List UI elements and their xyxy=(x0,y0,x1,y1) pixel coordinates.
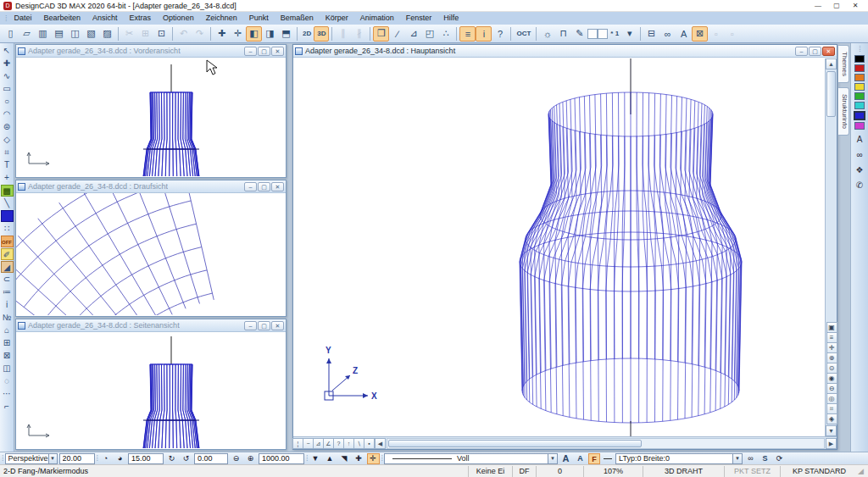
corner-view-icon[interactable]: ◥ xyxy=(338,453,351,464)
print-icon[interactable]: ▤ xyxy=(51,26,67,42)
status-kp-standard[interactable]: KP STANDARD xyxy=(780,466,858,477)
scroll-down-icon[interactable]: ▼ xyxy=(826,425,837,436)
origin-icon[interactable]: ✛ xyxy=(367,453,380,464)
fill-toggle-button[interactable]: F xyxy=(588,453,600,464)
font-smaller-icon[interactable]: A xyxy=(574,453,587,464)
minimize-button[interactable]: — xyxy=(809,0,827,11)
menu-punkt[interactable]: Punkt xyxy=(243,12,275,25)
view-angle-input[interactable] xyxy=(59,453,95,464)
home-tool[interactable]: ⌂ xyxy=(1,324,14,336)
ellipse-tool[interactable]: ⊜ xyxy=(1,121,14,133)
color-swatch-2[interactable] xyxy=(854,64,865,72)
minimize-button[interactable]: ‒ xyxy=(244,47,257,56)
text-color-icon[interactable]: A xyxy=(854,134,865,145)
glasses-icon[interactable]: ∞ xyxy=(744,453,757,464)
vertical-scrollbar-thumb[interactable] xyxy=(826,71,836,117)
new-file-icon[interactable]: ▯ xyxy=(3,26,19,42)
color-swatch-3[interactable] xyxy=(854,74,865,81)
dots-tool[interactable]: ∷ xyxy=(1,223,14,235)
draufsicht-viewport[interactable] xyxy=(16,193,286,315)
plot-icon[interactable]: ▨ xyxy=(99,26,115,42)
horizontal-scrollbar[interactable] xyxy=(387,438,825,449)
move-tool[interactable]: ✚ xyxy=(1,58,14,69)
hauptansicht-viewport[interactable]: YXZ xyxy=(293,58,825,436)
arrow-down-icon[interactable]: ▼ xyxy=(309,453,322,464)
menu-zeichnen[interactable]: Zeichnen xyxy=(200,12,243,25)
hatch-tool[interactable]: ▩ xyxy=(1,185,14,197)
close-button[interactable]: ✕ xyxy=(846,0,865,11)
unlock-icon[interactable]: ⊓ xyxy=(555,26,571,42)
layer-bars-icon[interactable]: ≡ xyxy=(459,26,476,42)
number-tool[interactable]: № xyxy=(1,312,14,324)
chevron-down-icon[interactable]: ▼ xyxy=(48,454,57,463)
material-icon[interactable]: ⊟ xyxy=(643,26,659,42)
line-tool[interactable]: ╲ xyxy=(1,197,14,209)
menu-fenster[interactable]: Fenster xyxy=(400,12,438,25)
close-icon[interactable]: ✕ xyxy=(822,47,835,56)
zoom-minus-icon[interactable]: ⊖ xyxy=(230,453,242,464)
tile-windows-icon[interactable]: ◰ xyxy=(421,26,437,42)
paint-icon[interactable]: ❖ xyxy=(854,164,865,175)
grid-plus-tool[interactable]: ⊞ xyxy=(1,337,14,349)
oct-label[interactable]: OCT xyxy=(514,26,533,42)
color-swatch-7[interactable] xyxy=(854,111,865,120)
view-mode-select[interactable]: Perspektive ▼ xyxy=(5,453,58,464)
more-dots-icon[interactable]: ∴ xyxy=(437,26,453,42)
menu-ansicht[interactable]: Ansicht xyxy=(86,12,124,25)
window-vorderansicht[interactable]: Adapter gerade_26_34-8.dcd : Vorderansic… xyxy=(15,44,287,178)
mode-2d-icon[interactable]: 2D xyxy=(300,26,314,42)
scroll-right-icon[interactable]: ▶ xyxy=(826,438,837,449)
slope-icon[interactable]: ∕ xyxy=(389,26,405,42)
color-swatch-8[interactable] xyxy=(854,122,865,130)
snap-off-button[interactable]: OFF xyxy=(1,236,14,247)
select-tool[interactable]: ↖ xyxy=(1,45,14,57)
corner-trim-icon[interactable]: ⊿ xyxy=(405,26,421,42)
swatch-1-icon[interactable] xyxy=(587,29,598,39)
cut-icon[interactable]: ✂ xyxy=(121,26,137,42)
minimize-button[interactable]: ‒ xyxy=(244,182,257,191)
menu-datei[interactable]: Datei xyxy=(8,12,38,25)
pencil-icon[interactable]: ✎ xyxy=(571,26,587,42)
light-icon[interactable]: ☼ xyxy=(539,26,555,42)
tab-themes[interactable]: Themes xyxy=(838,45,849,83)
glasses-icon[interactable]: ∞ xyxy=(659,26,676,42)
rectangle-tool[interactable]: ▭ xyxy=(1,83,14,95)
hauptansicht-titlebar[interactable]: Adapter gerade_26_34-8.dcd : Hauptansich… xyxy=(293,45,837,58)
menu-extras[interactable]: Extras xyxy=(124,12,158,25)
ghost-2-icon[interactable]: ▫ xyxy=(724,26,740,42)
top-view-canvas[interactable] xyxy=(16,193,286,315)
tilt-up-icon[interactable]: ↻ xyxy=(165,453,178,464)
save-icon[interactable]: ▥ xyxy=(35,26,51,42)
vorderansicht-viewport[interactable] xyxy=(16,58,286,176)
plane-lock-icon[interactable]: ∦ xyxy=(351,26,367,42)
grid-x-tool[interactable]: ⊠ xyxy=(1,350,14,362)
info-icon[interactable]: i xyxy=(476,26,492,42)
ring-tool[interactable]: ◌ xyxy=(1,375,14,387)
menu-animation[interactable]: Animation xyxy=(354,12,400,25)
color-swatch-tool[interactable] xyxy=(1,210,14,222)
corner-tool[interactable]: ⌐ xyxy=(1,401,14,413)
zoom-plus-icon[interactable]: ⊕ xyxy=(244,453,257,464)
undo-icon[interactable]: ↶ xyxy=(175,26,192,42)
grid-tool[interactable]: ⌗ xyxy=(1,147,14,158)
arrow-up-icon[interactable]: ▲ xyxy=(324,453,337,464)
move-icon[interactable]: ✚ xyxy=(214,26,230,42)
more-tool[interactable]: ⋯ xyxy=(1,388,14,400)
roll-angle-input[interactable] xyxy=(194,453,228,464)
circle-tool[interactable]: ○ xyxy=(1,96,14,108)
menu-bemassen[interactable]: Bemaßen xyxy=(275,12,320,25)
ghost-1-icon[interactable]: ▫ xyxy=(708,26,724,42)
tab-strukturinfo[interactable]: Strukturinfo xyxy=(838,87,849,136)
minimize-button[interactable]: ‒ xyxy=(795,47,808,56)
close-icon[interactable]: ✕ xyxy=(271,182,284,191)
zoom-fit-icon[interactable]: ◈ xyxy=(826,413,837,424)
id-tool[interactable]: i xyxy=(1,299,14,311)
close-icon[interactable]: ✕ xyxy=(271,321,284,330)
chevron-down-icon[interactable]: ▼ xyxy=(548,454,557,463)
front-view-canvas[interactable] xyxy=(16,58,286,176)
page-setup-icon[interactable]: ▧ xyxy=(83,26,99,42)
open-file-icon[interactable]: ▱ xyxy=(19,26,35,42)
tilt-angle-input[interactable] xyxy=(128,453,164,464)
window-draufsicht[interactable]: Adapter gerade_26_34-8.dcd : Draufsicht … xyxy=(15,180,287,317)
ortho-lock-icon[interactable]: ∥ xyxy=(335,26,351,42)
